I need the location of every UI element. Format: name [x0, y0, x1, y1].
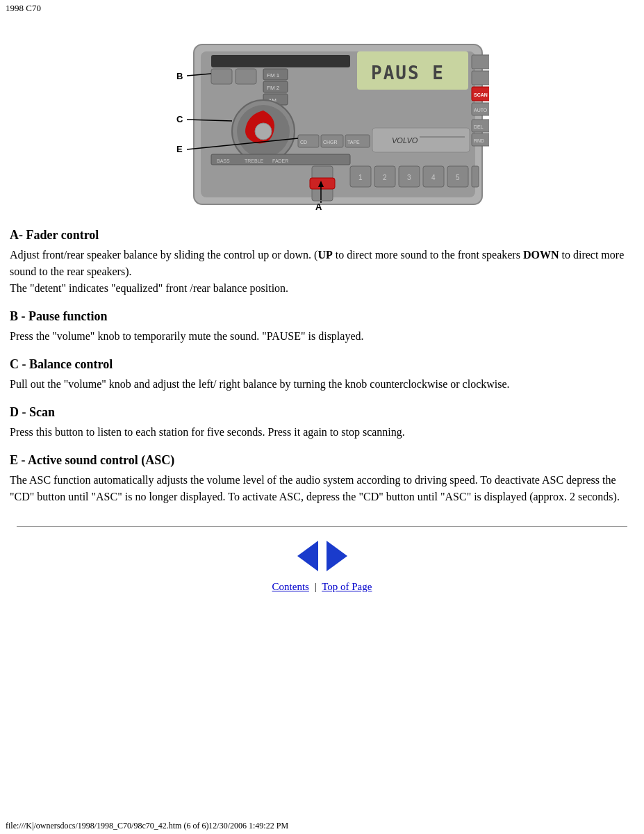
section-C-body: Pull out the "volume" knob and adjust th… [10, 376, 634, 393]
section-D: D - Scan Press this button to listen to … [10, 405, 634, 441]
svg-text:E: E [176, 144, 183, 154]
svg-rect-13 [472, 55, 489, 69]
svg-text:TAPE: TAPE [347, 140, 360, 145]
svg-text:CD: CD [300, 140, 307, 145]
page-divider [17, 526, 627, 527]
svg-text:FADER: FADER [272, 158, 288, 163]
svg-text:AUTO: AUTO [474, 108, 488, 113]
section-B: B - Pause function Press the "volume" kn… [10, 309, 634, 345]
svg-rect-40 [310, 178, 335, 189]
svg-text:1: 1 [358, 174, 363, 181]
svg-rect-6 [236, 69, 256, 84]
top-of-page-link[interactable]: Top of Page [322, 581, 372, 592]
svg-text:2: 2 [383, 174, 387, 181]
nav-arrows [10, 541, 634, 574]
svg-text:RND: RND [474, 138, 484, 143]
svg-text:FM 1: FM 1 [267, 72, 280, 79]
section-D-body: Press this button to listen to each stat… [10, 424, 634, 441]
section-E-body: The ASC function automatically adjusts t… [10, 472, 634, 505]
next-arrow[interactable] [327, 541, 347, 571]
svg-rect-14 [472, 71, 489, 85]
contents-link[interactable]: Contents [272, 581, 309, 592]
section-A: A- Fader control Adjust front/rear speak… [10, 228, 634, 297]
svg-rect-51 [472, 166, 479, 187]
section-A-heading: A- Fader control [10, 228, 634, 243]
svg-text:CHGR: CHGR [323, 140, 338, 145]
section-E: E - Active sound control (ASC) The ASC f… [10, 453, 634, 505]
status-bar: file:///K|/ownersdocs/1998/1998_C70/98c7… [6, 821, 288, 831]
svg-text:VOLVO: VOLVO [392, 136, 418, 145]
radio-diagram: PAUS E FM 1 FM 2 AM SCAN AUTO [10, 24, 634, 214]
svg-text:5: 5 [456, 174, 460, 181]
svg-rect-5 [211, 69, 232, 84]
page-title: 1998 C70 [0, 0, 644, 17]
svg-rect-28 [372, 128, 470, 152]
section-A-body: Adjust front/rear speaker balance by sli… [10, 247, 634, 297]
section-C-heading: C - Balance control [10, 357, 634, 372]
radio-svg: PAUS E FM 1 FM 2 AM SCAN AUTO [156, 24, 489, 211]
section-C: C - Balance control Pull out the "volume… [10, 357, 634, 393]
svg-text:TREBLE: TREBLE [245, 158, 264, 163]
svg-text:3: 3 [407, 174, 411, 181]
svg-text:A: A [315, 202, 322, 211]
svg-text:B: B [176, 71, 183, 81]
svg-text:FM 2: FM 2 [267, 85, 280, 91]
section-E-heading: E - Active sound control (ASC) [10, 453, 634, 468]
svg-point-21 [255, 123, 272, 140]
svg-text:C: C [176, 114, 183, 124]
svg-text:SCAN: SCAN [474, 92, 488, 97]
svg-text:DEL: DEL [474, 124, 484, 129]
nav-separator: | [312, 581, 320, 592]
prev-arrow[interactable] [297, 541, 318, 571]
svg-text:PAUS E: PAUS E [371, 63, 445, 83]
section-B-heading: B - Pause function [10, 309, 634, 324]
section-B-body: Press the "volume" knob to temporarily m… [10, 328, 634, 345]
svg-text:BASS: BASS [217, 158, 230, 163]
svg-rect-2 [211, 55, 350, 67]
nav-links: Contents | Top of Page [10, 581, 634, 593]
svg-text:4: 4 [431, 174, 436, 181]
section-D-heading: D - Scan [10, 405, 634, 420]
